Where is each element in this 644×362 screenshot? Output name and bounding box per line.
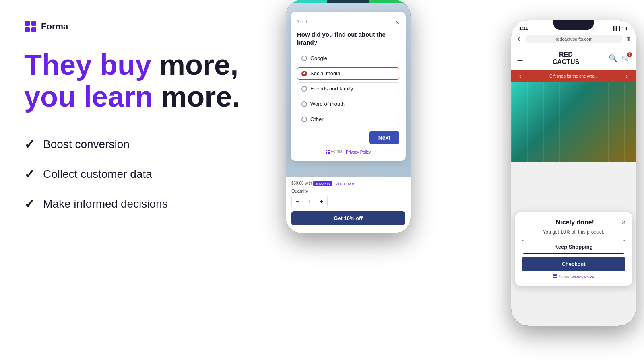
popup-header: Nicely done! × [522,219,625,226]
cart-icon-wrap[interactable]: 🛒 1 [621,54,630,63]
radio-google [301,56,307,61]
status-time: 1:11 [519,26,528,31]
option-social-media-label: Social media [310,70,340,76]
bar-dark [327,0,369,3]
quantity-minus-button[interactable]: − [292,195,303,208]
feature-item-2: ✓ Collect customer data [24,167,250,182]
feature-text-1: Boost conversion [43,138,130,151]
checkmark-icon-1: ✓ [24,137,35,152]
svg-rect-10 [553,277,555,278]
bar-green [369,0,411,3]
checkmark-icon-2: ✓ [24,167,35,182]
survey-modal: 1 of 3 × How did you find out about the … [291,12,406,161]
option-google-label: Google [310,55,327,61]
phone-top-bar [286,0,411,3]
svg-rect-11 [555,277,557,278]
popup-footer: Forma Privacy Policy [522,274,625,279]
popup-close-button[interactable]: × [622,219,625,226]
quantity-control: − 1 + [291,195,328,208]
features-list: ✓ Boost conversion ✓ Collect customer da… [24,137,250,212]
shop-pay-badge: Shop Pay [313,181,332,186]
feature-item-3: ✓ Make informed decisions [24,196,250,212]
footer-privacy[interactable]: Privacy Policy [346,150,371,154]
back-icon[interactable] [516,36,522,42]
popup-footer-forma: Forma [553,274,569,278]
browser-bar: redcactusgifts.com ⬆ [511,32,636,46]
phone-notch [553,20,594,30]
store-header: ☰ RED CACTUS 🔍 🛒 1 [511,46,636,70]
modal-footer: Forma Privacy Policy [297,144,399,154]
phone-red-cactus: 1:11 ▐▐▐ ≈ ▮ redcactusgifts.com ⬆ ☰ [511,20,636,326]
option-friends-family[interactable]: Friends and family [297,82,399,95]
option-word-of-mouth[interactable]: Word of mouth [297,98,399,110]
popup-description: You got 10% off this product. [522,229,625,235]
status-icons: ▐▐▐ ≈ ▮ [611,26,628,31]
checkmark-icon-3: ✓ [24,196,35,212]
next-button[interactable]: Next [369,131,399,144]
headline: They buy more, you learn more. [24,49,250,113]
promo-prev-icon[interactable]: ‹ [519,73,521,79]
right-panel: 1 of 3 × How did you find out about the … [274,0,644,362]
popup-privacy-link[interactable]: Privacy Policy [572,275,594,279]
svg-rect-2 [25,27,30,32]
popup-title: Nicely done! [528,219,622,226]
logo: Forma [24,20,250,33]
radio-other [301,117,307,122]
phone-survey: 1 of 3 × How did you find out about the … [286,0,411,233]
radio-friends-family [301,86,307,92]
browser-url[interactable]: redcactusgifts.com [526,35,623,43]
signal-icon: ▐▐▐ [611,26,620,31]
popup-forma-icon [553,274,557,278]
modal-header: 1 of 3 × [297,19,399,26]
shop-pay-learn-more[interactable]: Learn more [335,181,354,185]
checkout-button[interactable]: Checkout [522,257,625,271]
bar-teal [286,0,327,3]
feature-item-1: ✓ Boost conversion [24,137,250,152]
left-panel: Forma They buy more, you learn more. ✓ B… [0,0,274,362]
hamburger-icon[interactable]: ☰ [517,54,523,63]
svg-rect-0 [25,21,30,26]
radio-word-of-mouth [301,101,307,107]
step-indicator: 1 of 3 [297,19,307,24]
svg-rect-7 [328,152,330,154]
option-other-label: Other [310,116,324,122]
shop-pay-text: $50.00 with Shop Pay Learn more [291,181,405,186]
survey-question: How did you find out about the brand? [297,31,399,46]
store-name: RED CACTUS [553,51,580,65]
forma-logo-icon [24,20,37,33]
promo-next-icon[interactable]: › [626,73,628,79]
battery-icon: ▮ [625,26,628,31]
promo-banner: ‹ Gift shop for the one who... › [511,70,636,82]
svg-rect-6 [326,152,327,154]
feature-text-3: Make informed decisions [43,197,168,210]
wifi-icon: ≈ [622,26,624,31]
get-discount-button[interactable]: Get 10% off [291,211,405,225]
share-icon[interactable]: ⬆ [626,35,631,43]
logo-text: Forma [41,21,68,32]
quantity-value: 1 [303,199,315,204]
footer-forma-icon [326,150,330,154]
svg-rect-9 [555,274,557,276]
option-friends-family-label: Friends and family [310,86,353,92]
survey-close-button[interactable]: × [396,19,399,26]
option-social-media[interactable]: Social media [297,67,399,80]
success-popup: Nicely done! × You got 10% off this prod… [515,212,632,286]
headline-line2-purple: you learn [24,80,153,113]
option-other[interactable]: Other [297,113,399,125]
svg-rect-3 [31,27,36,32]
headline-line1-dark: more, [159,49,238,81]
phone-bottom-content: $50.00 with Shop Pay Learn more Quantity… [286,177,411,233]
quantity-plus-button[interactable]: + [316,195,327,208]
store-image-pattern [511,82,636,162]
store-icons: 🔍 🛒 1 [609,54,630,63]
promo-text: Gift shop for the one who... [549,74,598,78]
feature-text-2: Collect customer data [43,168,152,181]
headline-line2-dark: more. [161,80,240,113]
search-icon[interactable]: 🔍 [609,54,617,63]
keep-shopping-button[interactable]: Keep Shopping [522,240,625,254]
store-image-area [511,82,636,162]
option-google[interactable]: Google [297,52,399,64]
headline-line1-purple: They buy [24,49,151,81]
option-word-of-mouth-label: Word of mouth [310,101,345,107]
svg-rect-5 [328,150,330,151]
